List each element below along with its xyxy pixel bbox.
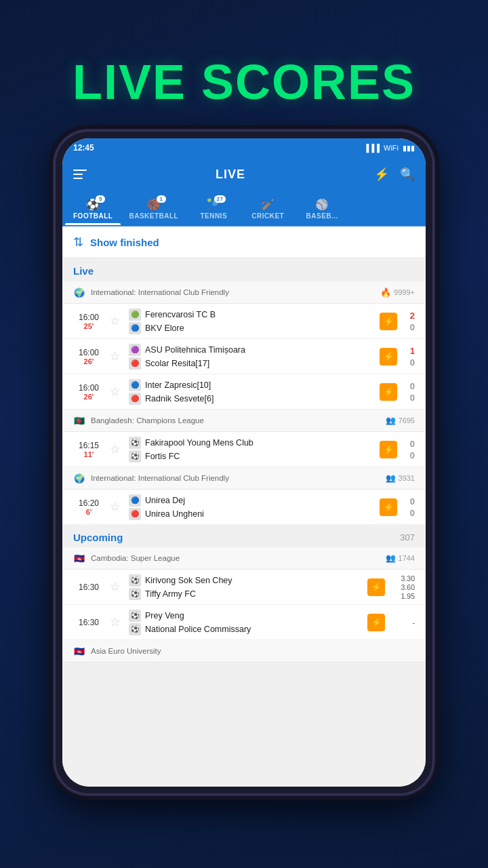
battery-icon: ▮▮▮ (403, 144, 415, 153)
fire-icon: 🔥 (380, 288, 391, 298)
league-info: 🇧🇩 Bangladesh: Champions League (73, 414, 204, 427)
match-row[interactable]: 16:15 11' ☆ ⚽ Fakirapool Young Mens Club… (62, 432, 426, 467)
match-actions: ⚡ (367, 578, 385, 596)
top-bar: LIVE ⚡ 🔍 (62, 157, 426, 191)
phone-screen: 12:45 ▐▐▐ WiFi ▮▮▮ LIVE ⚡ 🔍 (62, 138, 426, 787)
team-name: Ferencvarosi TC B (145, 310, 216, 319)
team-logo: 🟢 (129, 309, 141, 321)
team-name: Inter Zapresic[10] (145, 380, 211, 390)
team-name: Fakirapool Young Mens Club (145, 438, 253, 448)
viewers-count: 1744 (399, 554, 415, 562)
score-home: 0 (410, 381, 415, 391)
score-group: 0 0 (403, 439, 415, 460)
team-logo: ⚽ (129, 574, 141, 587)
score-group: 1 0 (403, 346, 415, 368)
teams-column: 🟢 Ferencvarosi TC B 🔵 BKV Elore (129, 309, 374, 334)
match-time: 16:15 11' (73, 441, 104, 458)
odds-button[interactable]: ⚡ (367, 614, 385, 631)
odds-button[interactable]: ⚡ (367, 578, 385, 596)
league-flag: 🇧🇩 (73, 414, 85, 427)
tab-cricket[interactable]: 🏏 CRICKET (241, 195, 295, 222)
team-logo: 🔴 (129, 508, 141, 520)
score-home: 2 (410, 311, 415, 321)
team-logo: 🔴 (129, 393, 141, 405)
score-home: 0 (410, 496, 415, 507)
odds-button[interactable]: ⚡ (380, 348, 397, 366)
viewers-count: 9999+ (394, 288, 415, 296)
live-section-title: Live (73, 265, 94, 277)
league-row-cambodia: 🇰🇭 Cambodia: Super League 👥 1744 (62, 547, 426, 570)
search-icon[interactable]: 🔍 (400, 167, 415, 182)
phone-frame: 12:45 ▐▐▐ WiFi ▮▮▮ LIVE ⚡ 🔍 (54, 130, 434, 795)
filter-icon[interactable]: ⚡ (374, 167, 389, 182)
upcoming-count: 307 (400, 532, 415, 542)
odds-button[interactable]: ⚡ (380, 313, 397, 330)
match-row[interactable]: 16:20 6' ☆ 🔵 Unirea Dej 🔴 Unirea Ungheni (62, 490, 426, 525)
tennis-badge: 27 (214, 195, 226, 203)
team-logo: 🔵 (129, 322, 141, 334)
league-row-asia-euro: 🇰🇭 Asia Euro University (62, 640, 426, 663)
odds-home: 3.30 (401, 574, 415, 583)
status-time: 12:45 (73, 143, 94, 153)
league-flag: 🌍 (73, 472, 85, 484)
tab-football-label: FOOTBALL (73, 212, 113, 220)
match-time: 16:00 25' (73, 313, 104, 330)
odds-button[interactable]: ⚡ (380, 383, 397, 401)
match-row[interactable]: 16:00 25' ☆ 🟢 Ferencvarosi TC B 🔵 BKV El… (62, 304, 426, 339)
favorite-star[interactable]: ☆ (110, 500, 123, 514)
team-name: Tiffy Army FC (145, 589, 196, 599)
league-viewers: 🔥 9999+ (380, 288, 415, 298)
match-row[interactable]: 16:30 ☆ ⚽ Prey Veng ⚽ National Police Co… (62, 605, 426, 640)
odds-away: 1.95 (401, 592, 415, 600)
league-info: 🇰🇭 Asia Euro University (73, 645, 161, 657)
match-row[interactable]: 16:00 26' ☆ 🔵 Inter Zapresic[10] 🔴 Radni… (62, 374, 426, 410)
content-area[interactable]: ⇅ Show finished Live 🌍 International: In… (62, 226, 426, 787)
favorite-star[interactable]: ☆ (110, 580, 123, 594)
league-info: 🌍 International: International Club Frie… (73, 472, 229, 484)
score-away: 0 (410, 357, 415, 368)
upcoming-section-header: Upcoming 307 (62, 525, 426, 547)
score-away: 0 (410, 450, 415, 460)
league-flag: 🇰🇭 (73, 552, 85, 564)
hero-title: LIVE SCORES (73, 54, 415, 110)
favorite-star[interactable]: ☆ (110, 384, 123, 399)
match-row[interactable]: 16:30 ☆ ⚽ Kirivong Sok Sen Chey ⚽ Tiffy … (62, 570, 426, 605)
league-name: International: International Club Friend… (91, 474, 229, 482)
tab-baseball[interactable]: ⚾ BASEB... (295, 195, 349, 222)
odds-button[interactable]: ⚡ (380, 498, 397, 516)
tab-football[interactable]: ⚽ 5 FOOTBALL (65, 195, 121, 222)
upcoming-section-title: Upcoming (73, 532, 123, 543)
match-actions: ⚡ (380, 383, 397, 401)
status-bar: 12:45 ▐▐▐ WiFi ▮▮▮ (62, 138, 426, 157)
viewers-icon: 👥 (386, 553, 396, 563)
show-finished-bar[interactable]: ⇅ Show finished (62, 226, 426, 258)
tab-tennis[interactable]: 🎾 27 TENNIS (186, 195, 241, 222)
team-logo: 🔵 (129, 379, 141, 391)
league-name: Bangladesh: Champions League (91, 416, 204, 425)
team-logo: ⚽ (129, 588, 141, 600)
favorite-star[interactable]: ☆ (110, 314, 123, 328)
viewers-icon: 👥 (386, 416, 396, 425)
odds-button[interactable]: ⚡ (380, 441, 397, 458)
team-logo: ⚽ (129, 437, 141, 449)
tab-basketball[interactable]: 🏀 1 BASKETBALL (121, 195, 186, 222)
team-logo: 🔴 (129, 357, 141, 370)
league-name: Cambodia: Super League (91, 554, 180, 562)
league-row-intl-friendly2: 🌍 International: International Club Frie… (62, 467, 426, 490)
team-logo: ⚽ (129, 623, 141, 635)
league-row-bangladesh: 🇧🇩 Bangladesh: Champions League 👥 7695 (62, 410, 426, 432)
favorite-star[interactable]: ☆ (110, 615, 123, 629)
team-name: ASU Politehnica Timișoara (145, 345, 245, 355)
viewers-count: 7695 (399, 416, 415, 425)
menu-icon[interactable] (73, 170, 87, 179)
match-actions: ⚡ (380, 441, 397, 458)
tab-basketball-label: BASKETBALL (129, 212, 178, 220)
teams-column: 🔵 Unirea Dej 🔴 Unirea Ungheni (129, 494, 374, 520)
tab-cricket-label: CRICKET (251, 212, 284, 220)
top-bar-actions: ⚡ 🔍 (374, 167, 415, 182)
signal-icon: ▐▐▐ (364, 144, 380, 152)
favorite-star[interactable]: ☆ (110, 442, 123, 456)
match-row[interactable]: 16:00 26' ☆ 🟣 ASU Politehnica Timișoara … (62, 339, 426, 374)
odds-home: - (413, 618, 415, 627)
favorite-star[interactable]: ☆ (110, 349, 123, 363)
